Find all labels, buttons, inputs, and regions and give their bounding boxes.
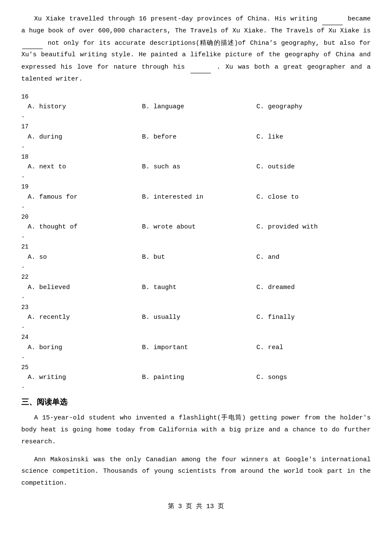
option-25-c: C. songs: [257, 372, 371, 383]
question-dot-24: .: [21, 353, 371, 359]
question-dot-20: .: [21, 233, 371, 239]
option-19-a: A. famous for: [28, 191, 142, 203]
options-row-22: A. believedB. taughtC. dreamed: [21, 282, 371, 293]
option-16-b: B. language: [142, 101, 256, 113]
question-number-24: 24: [21, 333, 371, 342]
question-number-25: 25: [21, 364, 371, 372]
options-row-25: A. writingB. paintingC. songs: [21, 372, 371, 383]
passage1-text1: Xu Xiake travelled through 16 present-da…: [34, 15, 317, 23]
question-20: 20A. thought ofB. wrote aboutC. provided…: [21, 213, 371, 239]
option-19-c: C. close to: [257, 191, 371, 203]
passage1: Xu Xiake travelled through 16 present-da…: [21, 13, 371, 85]
option-23-a: A. recently: [28, 312, 142, 323]
passage2-para1: A 15-year-old student who invented a fla…: [21, 412, 371, 448]
question-number-19: 19: [21, 183, 371, 191]
option-25-b: B. painting: [142, 372, 256, 383]
option-17-c: C. like: [257, 131, 371, 143]
question-number-21: 21: [21, 243, 371, 251]
option-16-c: C. geography: [257, 101, 371, 113]
options-row-24: A. boringB. importantC. real: [21, 342, 371, 353]
question-number-16: 16: [21, 93, 371, 101]
question-17: 17A. duringB. beforeC. like.: [21, 123, 371, 149]
question-number-18: 18: [21, 153, 371, 162]
option-22-c: C. dreamed: [257, 282, 371, 293]
option-22-a: A. believed: [28, 282, 142, 293]
options-row-23: A. recentlyB. usuallyC. finally: [21, 312, 371, 323]
option-20-a: A. thought of: [28, 221, 142, 233]
question-dot-16: .: [21, 113, 371, 119]
option-18-a: A. next to: [28, 161, 142, 173]
option-16-a: A. history: [28, 101, 142, 113]
option-25-a: A. writing: [28, 372, 142, 383]
option-20-b: B. wrote about: [142, 221, 256, 233]
question-25: 25A. writingB. paintingC. songs.: [21, 364, 371, 390]
question-16: 16A. historyB. languageC. geography.: [21, 93, 371, 119]
page-footer: 第 3 页 共 13 页: [21, 502, 371, 510]
question-dot-23: .: [21, 323, 371, 329]
question-number-20: 20: [21, 213, 371, 222]
options-row-19: A. famous forB. interested inC. close to: [21, 191, 371, 203]
option-21-b: B. but: [142, 251, 256, 263]
option-18-b: B. such as: [142, 161, 256, 173]
question-19: 19A. famous forB. interested inC. close …: [21, 183, 371, 209]
footer-text: 第 3 页 共 13 页: [168, 503, 224, 510]
blank3: [190, 61, 211, 73]
question-dot-22: .: [21, 293, 371, 299]
option-21-c: C. and: [257, 251, 371, 263]
question-dot-19: .: [21, 203, 371, 209]
options-row-16: A. historyB. languageC. geography: [21, 101, 371, 113]
option-24-c: C. real: [257, 342, 371, 353]
question-22: 22A. believedB. taughtC. dreamed.: [21, 273, 371, 299]
blank2: [22, 37, 43, 49]
passage2-para2: Ann Makosinski was the only Canadian amo…: [21, 454, 371, 489]
question-18: 18A. next toB. such asC. outside.: [21, 153, 371, 179]
section3-title: 三、阅读单选: [21, 397, 371, 407]
option-19-b: B. interested in: [142, 191, 256, 203]
option-17-b: B. before: [142, 131, 256, 143]
question-number-17: 17: [21, 123, 371, 131]
question-dot-17: .: [21, 143, 371, 149]
option-23-c: C. finally: [257, 312, 371, 323]
option-17-a: A. during: [28, 131, 142, 143]
question-dot-21: .: [21, 263, 371, 269]
options-row-20: A. thought ofB. wrote aboutC. provided w…: [21, 221, 371, 233]
option-18-c: C. outside: [257, 161, 371, 173]
question-dot-25: .: [21, 383, 371, 389]
option-24-a: A. boring: [28, 342, 142, 353]
option-22-b: B. taught: [142, 282, 256, 293]
options-row-21: A. soB. butC. and: [21, 251, 371, 263]
option-20-c: C. provided with: [257, 221, 371, 233]
questions-section: 16A. historyB. languageC. geography.17A.…: [21, 93, 371, 390]
question-number-23: 23: [21, 304, 371, 312]
question-number-22: 22: [21, 273, 371, 282]
blank1: [322, 13, 343, 25]
question-21: 21A. soB. butC. and.: [21, 243, 371, 269]
options-row-18: A. next toB. such asC. outside: [21, 161, 371, 173]
options-row-17: A. duringB. beforeC. like: [21, 131, 371, 143]
option-23-b: B. usually: [142, 312, 256, 323]
option-21-a: A. so: [28, 251, 142, 263]
question-dot-18: .: [21, 173, 371, 179]
option-24-b: B. important: [142, 342, 256, 353]
question-23: 23A. recentlyB. usuallyC. finally.: [21, 304, 371, 330]
question-24: 24A. boringB. importantC. real.: [21, 333, 371, 359]
